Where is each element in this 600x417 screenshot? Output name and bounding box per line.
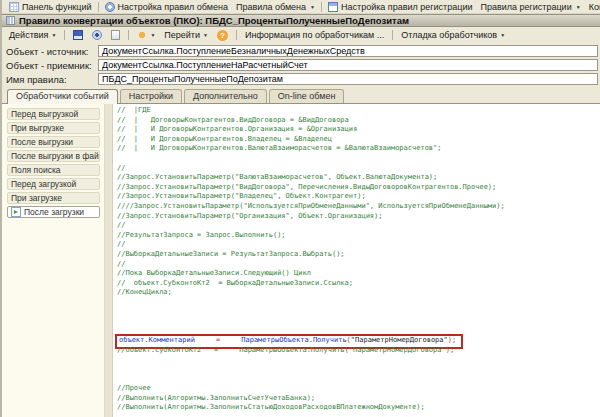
code-line: //Запрос.УстановитьПараметр("ВалютаВзаим…	[117, 173, 600, 183]
code-line: //КонецЦикла;	[117, 288, 600, 298]
dropdown-arrow-icon: ▼	[576, 4, 581, 10]
handlers-info-button[interactable]: Информация по обработчикам ...	[242, 28, 387, 42]
code-token	[195, 336, 216, 344]
code-line: //РезультатЗапроса = Запрос.Выполнить();	[117, 231, 600, 241]
sidebar-item-5[interactable]: Поля поиска	[7, 164, 100, 176]
actions-button[interactable]: Действия▼	[6, 28, 59, 42]
handlers-info-button-label: Информация по обработчикам ...	[245, 30, 384, 40]
code-line: //Запрос.УстановитьПараметр("Владелец", …	[117, 192, 600, 202]
tab-1[interactable]: Обработчики событий	[7, 89, 118, 104]
sidebar-item-7[interactable]: При загрузке	[7, 192, 100, 204]
source-object-label: Объект - источник:	[6, 46, 98, 57]
code-line: //Пока ВыборкаДетальныеЗаписи.Следующий(…	[117, 269, 600, 279]
code-line	[117, 317, 600, 327]
code-line	[117, 375, 600, 385]
code-line: //Запрос.УстановитьПараметр("ВидДоговора…	[117, 183, 600, 193]
sidebar-item-2[interactable]: При выгрузке	[7, 122, 100, 134]
sidebar-item-label: Перед загрузкой	[11, 179, 76, 189]
refresh-icon	[111, 30, 120, 40]
code-line: //объект.СубконтоКт2 = ПараметрыОбъекта.…	[117, 346, 600, 356]
conversion-rule-window: Панель функцийНастройка правил обменаПра…	[0, 0, 600, 417]
handlers-debug-button[interactable]: Отладка обработчиков▼	[398, 28, 508, 42]
help-icon[interactable]: ?	[214, 28, 231, 42]
tab-3[interactable]: Дополнительно	[184, 89, 267, 103]
functions-panel-icon	[9, 2, 19, 12]
menu-configurations[interactable]: Конфигурации▼	[585, 1, 600, 13]
code-line: // | И ДоговорыКонтрагентов.Владелец = &…	[117, 135, 600, 145]
source-object-input[interactable]	[98, 45, 598, 57]
target-object-row: Объект - приемник:	[6, 59, 598, 71]
menu-functions-panel[interactable]: Панель функций	[5, 1, 96, 13]
dropdown-arrow-icon: ▼	[310, 4, 315, 10]
goto-button[interactable]: Перейти▼	[161, 28, 211, 42]
goto-button-label: Перейти	[164, 30, 200, 40]
sidebar-item-3[interactable]: После выгрузки	[7, 136, 100, 148]
menu-registration-rules-settings[interactable]: Настройка правил регистрации	[324, 1, 476, 13]
code-line: //Прочее	[117, 384, 600, 394]
code-line: // | И ДоговорыКонтрагентов.Организация …	[117, 125, 600, 135]
target-object-input[interactable]	[98, 59, 598, 71]
window-title: Правило конвертации объектов (ПКО): ПБДС…	[19, 15, 409, 26]
dropdown-arrow-icon: ▼	[51, 32, 56, 38]
code-editor[interactable]: // |ГДЕ// | ДоговорыКонтрагентов.ВидДого…	[113, 104, 600, 417]
load-after-icon	[11, 207, 21, 217]
dropdown-arrow-icon: ▼	[500, 32, 505, 38]
menu-exchange-rules-settings[interactable]: Настройка правил обмена	[101, 1, 232, 13]
tab-2[interactable]: Настройки	[120, 89, 182, 103]
menu-registration-rules-settings-label: Настройка правил регистрации	[341, 2, 472, 12]
code-line: //	[117, 164, 600, 174]
window-icon	[6, 16, 15, 25]
sidebar-item-label: При выгрузке	[11, 123, 64, 133]
code-line: //ВыборкаДетальныеЗаписи = РезультатЗапр…	[117, 250, 600, 260]
dropdown-arrow-icon: ▼	[150, 32, 155, 38]
tab-4[interactable]: On-line обмен	[269, 89, 345, 103]
menu-functions-panel-label: Панель функций	[22, 2, 92, 12]
code-token: объект.Комментарий	[119, 336, 195, 344]
code-line	[117, 307, 600, 317]
code-token: "ПараметрНомерДоговора"	[351, 336, 448, 344]
registration-settings-icon	[328, 2, 338, 12]
code-line: // |ГДЕ	[117, 106, 600, 116]
menu-exchange-rules[interactable]: Правила обмена▼	[232, 1, 319, 13]
filter-icon	[137, 30, 147, 40]
toolbar: Действия▼▼Перейти▼?Информация по обработ…	[2, 27, 600, 43]
separator	[392, 30, 393, 40]
view-icon[interactable]	[89, 28, 105, 42]
code-line: // | ДоговорыКонтрагентов.ВидДоговора = …	[117, 116, 600, 126]
save-icon[interactable]	[70, 28, 86, 42]
menu-registration-rules-label: Правила регистрации	[480, 2, 571, 12]
event-handlers-list: Перед выгрузкойПри выгрузкеПосле выгрузк…	[2, 104, 105, 417]
code-token	[220, 336, 241, 344]
code-line: ////Запрос.УстановитьПараметр("Используе…	[117, 202, 600, 212]
code-line	[117, 298, 600, 308]
splitter[interactable]	[105, 104, 113, 417]
sidebar-item-label: При загрузке	[11, 193, 62, 203]
tab-content: Перед выгрузкойПри выгрузкеПосле выгрузк…	[2, 104, 600, 417]
separator	[128, 30, 129, 40]
window-title-bar: Правило конвертации объектов (ПКО): ПБДС…	[2, 14, 600, 27]
menu-exchange-rules-settings-label: Настройка правил обмена	[118, 2, 228, 12]
code-line	[117, 154, 600, 164]
sidebar-item-8[interactable]: После загрузки	[7, 206, 100, 218]
code-line: //Запрос.УстановитьПараметр("Организация…	[117, 212, 600, 222]
filter-icon[interactable]: ▼	[134, 28, 158, 42]
separator	[64, 30, 65, 40]
code-token: ПараметрыОбъекта.Получить	[241, 336, 346, 344]
view-icon	[92, 30, 102, 40]
menu-registration-rules[interactable]: Правила регистрации▼	[476, 1, 584, 13]
separator	[321, 2, 322, 12]
separator	[236, 30, 237, 40]
code-line	[117, 355, 600, 365]
rule-name-input[interactable]	[98, 73, 598, 85]
code-token: );	[448, 336, 456, 344]
sidebar-item-1[interactable]: Перед выгрузкой	[7, 108, 100, 120]
sidebar-item-label: Перед выгрузкой	[11, 109, 78, 119]
sidebar-item-label: После выгрузки в файл	[11, 151, 100, 161]
sidebar-item-6[interactable]: Перед загрузкой	[7, 178, 100, 190]
rule-name-row: Имя правила:	[6, 73, 598, 85]
code-line: // объект.СубконтоКт2 = ВыборкаДетальные…	[117, 279, 600, 289]
sidebar-item-4[interactable]: После выгрузки в файл	[7, 150, 100, 162]
refresh-icon[interactable]	[108, 28, 123, 42]
sidebar-item-label: Поля поиска	[11, 165, 61, 175]
rule-name-label: Имя правила:	[6, 74, 98, 85]
